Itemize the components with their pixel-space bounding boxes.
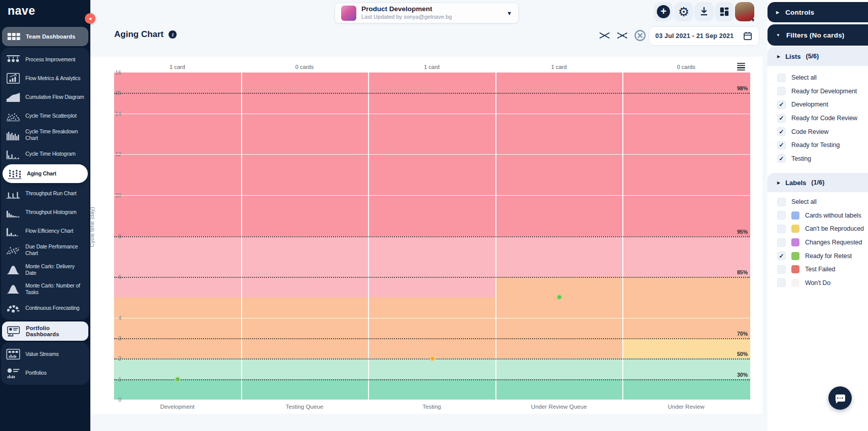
bell-icon	[6, 264, 21, 276]
checked-checkbox[interactable]: ✓	[777, 100, 786, 109]
x-axis-label: Development	[114, 404, 241, 410]
checked-checkbox[interactable]: ✓	[777, 114, 786, 123]
checkbox[interactable]	[777, 225, 786, 233]
filter-item-ready-for-retest[interactable]: ✓Ready for Retest	[767, 249, 868, 263]
filter-item-ready-for-code-review[interactable]: ✓Ready for Code Review	[767, 112, 868, 125]
filter-item-select-all[interactable]: Select all	[767, 195, 868, 209]
board-selector[interactable]: Product Development Last Updated by sony…	[335, 3, 519, 23]
date-range-picker[interactable]: 03 Jul 2021 - 21 Sep 2021	[649, 26, 759, 46]
checked-checkbox[interactable]: ✓	[777, 154, 786, 163]
label-color-swatch	[791, 252, 799, 260]
band-darkmint	[242, 379, 369, 400]
data-point-green[interactable]	[557, 295, 562, 300]
info-icon[interactable]: i	[169, 30, 177, 39]
labels-section-header[interactable]: ▶ Labels (1/6)	[767, 173, 868, 192]
collapse-sidebar-button[interactable]: ◀	[85, 13, 95, 24]
gauge-icon	[6, 302, 21, 314]
user-avatar[interactable]: ▼	[735, 2, 754, 21]
filter-item-development[interactable]: ✓Development	[767, 98, 868, 112]
collapse-dashed-lines-icon[interactable]	[616, 29, 629, 42]
checked-checkbox[interactable]: ✓	[777, 141, 786, 150]
filter-item-can-t-be-reproduced[interactable]: Can't be Reproduced	[767, 222, 868, 236]
data-point-orange[interactable]	[429, 356, 435, 362]
filter-item-cards-without-labels[interactable]: Cards without labels	[767, 209, 868, 223]
sidebar-item-throughput-run-chart[interactable]: Throughput Run Chart	[1, 184, 89, 203]
checkbox[interactable]	[777, 278, 786, 287]
band-peach	[369, 297, 496, 358]
checked-checkbox[interactable]: ✓	[777, 127, 786, 136]
sidebar-item-due-date-performance-chart[interactable]: Due Date Performance Chart	[1, 240, 89, 260]
chart-context-menu-icon[interactable]	[737, 63, 745, 71]
process-improvement-icon	[6, 54, 21, 66]
controls-label: Controls	[785, 9, 814, 16]
sidebar-item-monte-carlo-delivery-date[interactable]: Monte Carlo: Delivery Date	[1, 260, 89, 279]
checkbox[interactable]	[777, 265, 786, 274]
sidebar-item-monte-carlo-number-of-tasks[interactable]: Monte Carlo: Number of Tasks	[1, 279, 89, 299]
sidebar-item-value-streams[interactable]: Value Streams	[1, 345, 89, 364]
filters-section-header[interactable]: ▼ Filters (No cards)	[767, 24, 868, 46]
filter-item-ready-for-testing[interactable]: ✓Ready for Testing	[767, 138, 868, 152]
throughput-histogram-icon	[6, 206, 21, 219]
dashboards-button[interactable]	[715, 2, 734, 21]
download-button[interactable]	[694, 2, 714, 21]
percentile-label: 98%	[737, 85, 748, 91]
dashboards-grid-icon	[719, 6, 730, 17]
lists-section-header[interactable]: ▶ Lists (5/6)	[767, 47, 868, 66]
cumulative-flow-icon	[6, 91, 21, 103]
percentile-label: 95%	[737, 229, 748, 235]
sidebar-item-cumulative-flow-diagram[interactable]: Cumulative Flow Diagram	[1, 88, 89, 106]
chevron-down-icon: ▼	[507, 10, 512, 16]
data-point-green[interactable]	[175, 376, 181, 382]
disable-outliers-icon[interactable]	[633, 29, 647, 42]
band-lightpink	[114, 236, 242, 298]
settings-button[interactable]: ⚙	[674, 2, 693, 21]
sidebar-item-flow-efficiency-chart[interactable]: Flow Efficiency Chart	[1, 222, 89, 240]
lists-filter-list: Select allReady for Development✓Developm…	[767, 71, 868, 165]
percentile-label: 30%	[737, 372, 748, 378]
filter-item-won-t-do[interactable]: Won't Do	[767, 276, 868, 290]
portfolios-icon	[6, 367, 21, 379]
collapse-percentile-lines-icon[interactable]	[598, 29, 611, 42]
sidebar-item-flow-metrics-analytics[interactable]: Flow Metrics & Analytics	[1, 69, 89, 88]
band-peach	[623, 277, 750, 338]
column-card-count: 1 card	[495, 64, 623, 70]
percentile-line	[114, 93, 750, 94]
band-darkmint	[114, 379, 242, 400]
sidebar-section-team-dashboards[interactable]: Team Dashboards	[2, 27, 88, 46]
filter-item-ready-for-development[interactable]: Ready for Development	[767, 85, 868, 98]
x-axis-label: Testing	[368, 404, 495, 410]
filter-item-code-review[interactable]: ✓Code Review	[767, 125, 868, 138]
sidebar-item-portfolios[interactable]: Portfolios	[1, 364, 89, 382]
sidebar-item-throughput-histogram[interactable]: Throughput Histogram	[1, 203, 89, 222]
sidebar-section-portfolio-dashboards[interactable]: Portfolio Dashboards	[2, 321, 88, 341]
filter-item-select-all[interactable]: Select all	[767, 71, 868, 85]
checkbox[interactable]	[777, 198, 786, 206]
filter-item-changes-requested[interactable]: Changes Requested	[767, 236, 868, 249]
filter-item-testing[interactable]: ✓Testing	[767, 152, 868, 166]
controls-section-header[interactable]: ▶ Controls	[767, 2, 868, 22]
band-darkmint	[623, 379, 750, 400]
sidebar-item-aging-chart[interactable]: Aging Chart	[3, 164, 88, 183]
label-color-swatch	[791, 265, 799, 273]
sidebar-item-process-improvement[interactable]: Process Improvement	[1, 50, 89, 69]
filter-item-test-failed[interactable]: Test Failed	[767, 263, 868, 276]
checkbox[interactable]	[777, 238, 786, 247]
chevron-right-icon: ▶	[777, 54, 780, 59]
sidebar-item-cycle-time-scatterplot[interactable]: Cycle Time Scatterplot	[1, 106, 89, 125]
percentile-label: 85%	[737, 269, 748, 275]
sidebar-item-continuous-forecasting[interactable]: Continuous Forecasting	[1, 299, 89, 317]
chat-button[interactable]	[828, 386, 852, 410]
band-lightmint	[369, 358, 496, 379]
add-button[interactable]: +	[654, 2, 673, 21]
sidebar-item-cycle-time-histogram[interactable]: Cycle Time Histogram	[1, 145, 89, 163]
checkbox[interactable]	[777, 87, 786, 95]
percentile-line	[114, 277, 750, 278]
checked-checkbox[interactable]: ✓	[777, 252, 786, 260]
checkbox[interactable]	[777, 74, 786, 82]
page-title: Aging Chart	[114, 29, 163, 40]
band-peach	[114, 297, 242, 358]
board-thumbnail	[341, 6, 356, 21]
checkbox[interactable]	[777, 211, 786, 220]
chevron-down-icon: ▼	[751, 18, 755, 23]
sidebar-item-cycle-time-breakdown-chart[interactable]: Cycle Time Breakdown Chart	[1, 125, 89, 145]
